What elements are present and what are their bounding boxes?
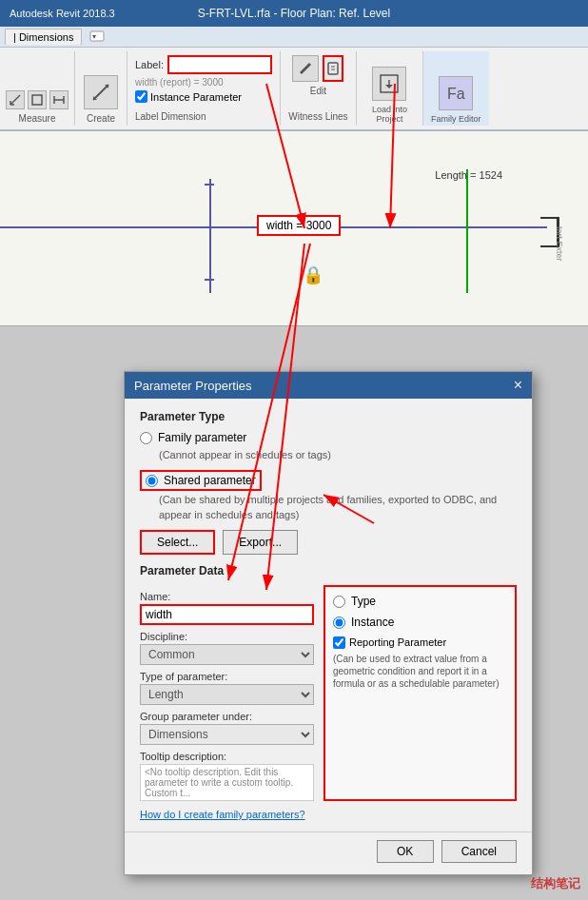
instance-param-checkbox-row: Instance Parameter (135, 90, 272, 103)
svg-line-2 (10, 95, 20, 105)
dialog-title: Parameter Properties (134, 379, 252, 393)
measure-icon-2[interactable] (28, 90, 47, 109)
reporting-param-checkbox[interactable] (333, 636, 345, 649)
discipline-select[interactable]: Common (140, 644, 314, 665)
instance-radio[interactable] (333, 616, 345, 629)
parameter-properties-dialog: Parameter Properties × Parameter Type Fa… (124, 371, 533, 875)
svg-text:▾: ▾ (92, 32, 96, 41)
start-ext-label: tart Exter (555, 226, 564, 262)
family-param-hint: (Cannot appear in schedules or tags) (159, 448, 517, 462)
family-param-radio[interactable] (140, 432, 152, 444)
create-group-label: Create (87, 113, 115, 124)
reporting-param-row: Reporting Parameter (333, 636, 507, 649)
width-report-text: width (report) = 3000 (135, 77, 272, 88)
svg-marker-18 (385, 85, 393, 88)
bracket-top (540, 217, 559, 219)
parameter-type-section-title: Parameter Type (140, 410, 517, 423)
svg-rect-13 (328, 63, 338, 74)
select-btn[interactable]: Select... (140, 530, 215, 555)
type-of-param-label: Type of parameter: (140, 671, 314, 682)
shared-param-row: Shared parameter (140, 470, 262, 491)
dialog-body: Parameter Type Family parameter (Cannot … (125, 399, 532, 832)
dialog-close-btn[interactable]: × (514, 378, 522, 393)
instance-radio-row: Instance (333, 616, 507, 629)
export-btn[interactable]: Export... (223, 530, 298, 555)
group-param-label: Group parameter under: (140, 711, 314, 722)
param-left-col: Name: Discipline: Common Type of paramet… (140, 585, 314, 801)
family-param-row: Family parameter (140, 431, 517, 444)
family-params-link[interactable]: How do I create family parameters? (140, 809, 517, 820)
shared-param-label: Shared parameter (164, 474, 256, 487)
app-name: Autodesk Revit 2018.3 (10, 8, 115, 19)
lock-icon: 🔒 (303, 264, 323, 285)
ok-btn[interactable]: OK (377, 840, 434, 863)
tooltip-label: Tooltip description: (140, 751, 314, 762)
dialog-footer: OK Cancel (125, 832, 532, 874)
svg-text:Fa: Fa (447, 86, 465, 102)
family-editor-icon[interactable]: Fa (439, 76, 473, 110)
shared-param-hint: (Can be shared by multiple projects and … (159, 493, 517, 522)
group-param-select[interactable]: Dimensions (140, 724, 314, 745)
title-bar: Autodesk Revit 2018.3 S-FRT-LVL.rfa - Fl… (0, 0, 588, 27)
param-data-cols: Name: Discipline: Common Type of paramet… (140, 585, 517, 801)
label-input[interactable] (167, 55, 272, 74)
file-title: S-FRT-LVL.rfa - Floor Plan: Ref. Level (198, 7, 390, 20)
instance-param-checkbox[interactable] (135, 90, 147, 103)
type-radio[interactable] (333, 596, 345, 608)
parameter-data-title: Parameter Data (140, 564, 517, 577)
type-radio-label: Type (351, 595, 376, 608)
param-right-col: Type Instance Reporting Parameter (Can b… (323, 585, 517, 801)
edit-icon[interactable] (292, 55, 319, 82)
measure-icon-3[interactable] (49, 90, 69, 109)
attach-btn[interactable] (323, 55, 343, 82)
length-label: Length = 1524 (435, 169, 502, 181)
select-export-btn-row: Select... Export... (140, 530, 517, 555)
label-dimension-group-label: Label Dimension (135, 111, 272, 122)
load-project-label: Load intoProject (372, 105, 407, 124)
dialog-titlebar: Parameter Properties × (125, 372, 532, 399)
type-radio-row: Type (333, 595, 507, 608)
instance-param-label: Instance Parameter (150, 91, 242, 103)
family-editor-label: Family Editor (431, 114, 481, 124)
edit-label: Edit (310, 86, 326, 96)
green-v-line (466, 169, 468, 293)
measure-icon-1[interactable] (6, 90, 25, 109)
shared-param-radio[interactable] (146, 475, 158, 487)
discipline-label: Discipline: (140, 631, 314, 642)
load-project-icon[interactable] (372, 67, 406, 101)
dropdown-indicator[interactable]: ▾ (89, 29, 105, 46)
type-instance-col: Type Instance Reporting Parameter (Can b… (333, 595, 507, 690)
tooltip-value: <No tooltip description. Edit this param… (140, 764, 314, 801)
instance-radio-label: Instance (351, 616, 394, 629)
witness-lines-label: Witness Lines (288, 111, 347, 122)
watermark: 结构笔记 (531, 875, 580, 892)
width-label-box: width = 3000 (257, 215, 341, 236)
parameter-data-section: Parameter Data Name: Discipline: Common … (140, 564, 517, 820)
dim-tick-bottom (205, 279, 214, 281)
dim-tick-top (205, 184, 214, 186)
ribbon-tab-dimensions[interactable]: | Dimensions (5, 29, 82, 45)
reporting-param-label: Reporting Parameter (349, 636, 446, 648)
name-input[interactable] (140, 604, 314, 625)
label-field-label: Label: (135, 59, 164, 70)
create-icon[interactable] (84, 75, 118, 109)
v-dim-line (209, 179, 211, 293)
cad-area: Length = 1524 width = 3000 🔒 tart Exter (0, 131, 588, 326)
measure-group-label: Measure (19, 113, 56, 124)
cancel-btn[interactable]: Cancel (441, 840, 517, 863)
svg-rect-5 (32, 95, 42, 105)
name-label: Name: (140, 591, 314, 602)
svg-line-9 (93, 85, 108, 100)
reporting-param-hint: (Can be used to extract value from a geo… (333, 653, 507, 690)
family-param-label: Family parameter (158, 431, 246, 444)
type-of-param-select[interactable]: Length (140, 684, 314, 705)
